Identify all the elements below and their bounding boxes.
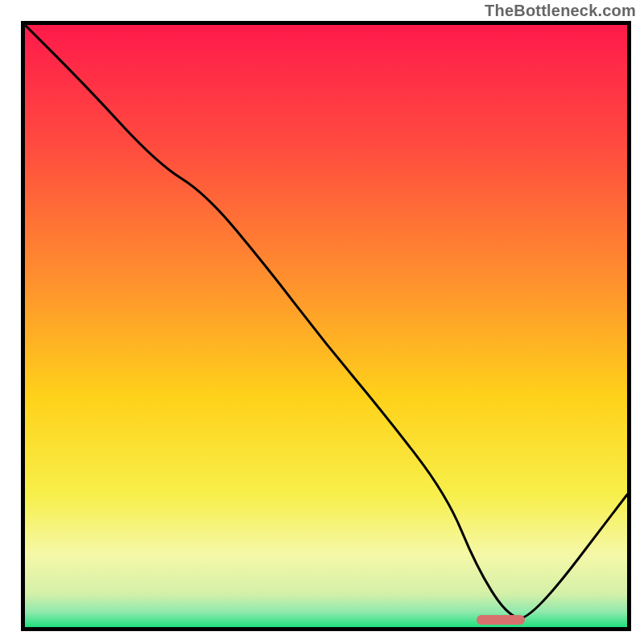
bottleneck-curve	[25, 25, 627, 627]
chart-stage: TheBottleneck.com	[0, 0, 644, 644]
plot-area	[21, 21, 631, 631]
minimum-marker	[477, 615, 525, 625]
watermark-text: TheBottleneck.com	[485, 2, 636, 20]
